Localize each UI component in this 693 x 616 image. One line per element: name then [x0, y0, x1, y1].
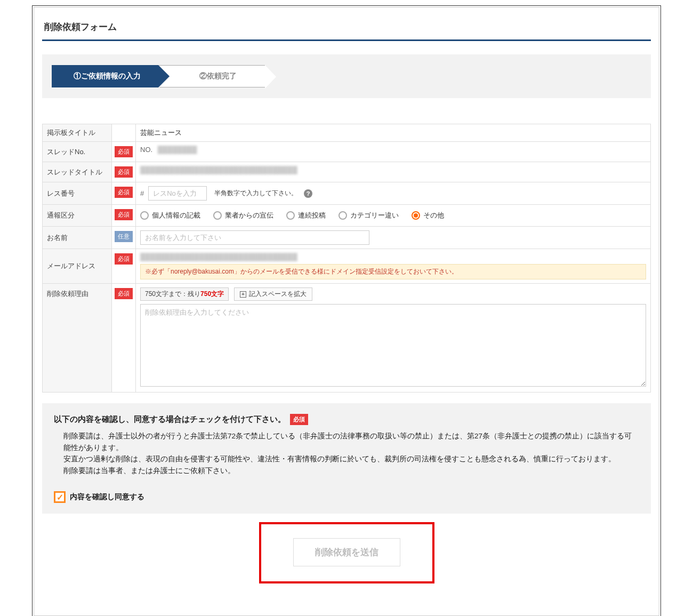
thread-no-prefix: NO.: [140, 146, 152, 154]
optional-badge: 任意: [115, 231, 133, 242]
help-icon[interactable]: ?: [304, 189, 312, 198]
board-title-value: 芸能ニュース: [136, 124, 651, 142]
consent-box: 以下の内容を確認し、同意する場合はチェックを付けて下さい。 必須 削除要請は、弁…: [42, 403, 651, 514]
report-type-radio-group: 個人情報の記載 業者からの宣伝 連続投稿 カテゴリー違い その他: [140, 209, 646, 222]
email-domain-note: ※必ず「noreply@bakusai.com」からのメールを受信できる様にドメ…: [140, 264, 646, 279]
expand-textarea-button[interactable]: + 記入スペースを拡大: [234, 287, 312, 301]
required-badge: 必須: [115, 209, 133, 220]
email-label: メールアドレス: [43, 249, 112, 284]
consent-checkbox[interactable]: ✓: [54, 491, 66, 503]
res-no-input[interactable]: [148, 186, 207, 201]
report-type-label: 通報区分: [43, 205, 112, 227]
radio-option-4[interactable]: その他: [412, 211, 444, 220]
radio-option-3[interactable]: カテゴリー違い: [339, 211, 399, 220]
consent-text-1: 削除要請は、弁護士以外の者が行うと弁護士法第72条で禁止している（非弁護士の法律…: [63, 430, 639, 453]
consent-text-2: 安直かつ過剰な削除は、表現の自由を侵害する可能性や、違法性・有害情報の判断に於い…: [63, 453, 639, 465]
required-badge: 必須: [115, 288, 133, 299]
required-badge: 必須: [115, 187, 133, 198]
form-table: 掲示板タイトル 芸能ニュース スレッドNo. 必須 NO. ████████ ス…: [42, 124, 651, 393]
required-badge: 必須: [115, 166, 133, 178]
thread-no-label: スレッドNo.: [43, 142, 112, 162]
res-no-hash: #: [140, 189, 144, 197]
consent-text-3: 削除要請は当事者、または弁護士にご依頼下さい。: [63, 465, 639, 477]
res-no-label: レス番号: [43, 182, 112, 205]
char-counter: 750文字まで：残り750文字: [140, 287, 229, 301]
radio-option-0[interactable]: 個人情報の記載: [140, 211, 200, 220]
reason-label: 削除依頼理由: [43, 284, 112, 393]
submit-button[interactable]: 削除依頼を送信: [293, 538, 400, 566]
res-no-help-text: 半角数字で入力して下さい。: [214, 189, 297, 198]
reason-textarea[interactable]: [140, 304, 646, 387]
consent-checkbox-row[interactable]: ✓ 内容を確認し同意する: [54, 491, 639, 503]
submit-highlight-box: 削除依頼を送信: [259, 522, 434, 583]
board-title-label: 掲示板タイトル: [43, 124, 112, 142]
required-badge: 必須: [115, 253, 133, 265]
step-1-active: ①ご依頼情報の入力: [52, 65, 158, 87]
name-input[interactable]: [140, 230, 369, 245]
thread-no-value-redacted: ████████: [158, 146, 197, 154]
required-badge: 必須: [115, 146, 133, 157]
name-label: お名前: [43, 227, 112, 249]
radio-option-1[interactable]: 業者からの宣伝: [213, 211, 273, 220]
step-2: ②依頼完了: [158, 65, 265, 87]
radio-option-2[interactable]: 連続投稿: [286, 211, 326, 220]
consent-checkbox-label: 内容を確認し同意する: [70, 492, 144, 502]
page-title: 削除依頼フォーム: [42, 21, 651, 41]
required-badge: 必須: [290, 414, 308, 425]
thread-title-value-redacted: ████████████████████████████████: [140, 166, 297, 174]
check-icon: ✓: [57, 492, 63, 502]
email-value-redacted: ████████████████████████████████: [140, 253, 297, 261]
progress-steps: ①ご依頼情報の入力 ②依頼完了: [42, 54, 651, 98]
thread-title-label: スレッドタイトル: [43, 162, 112, 182]
consent-heading: 以下の内容を確認し、同意する場合はチェックを付けて下さい。: [54, 414, 286, 425]
plus-icon: +: [240, 291, 246, 298]
